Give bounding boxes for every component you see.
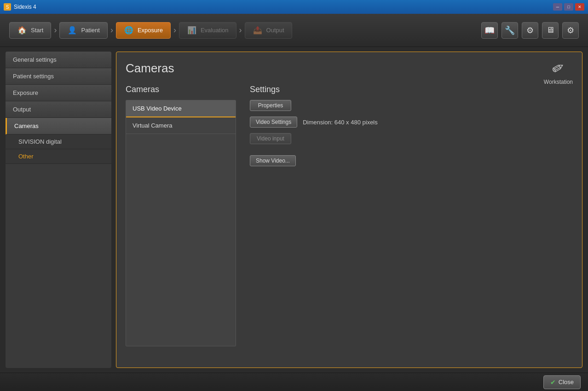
navbar: 🏠 Start › 👤 Patient › 🌐 Exposure › 📊 Eva… — [0, 14, 588, 47]
sidebar-item-sivision-digital[interactable]: SIVISION digital — [6, 134, 111, 149]
video-settings-button[interactable]: Video Settings — [250, 117, 297, 128]
settings-row-show-video: Show Video... — [250, 155, 573, 166]
sidebar-item-other[interactable]: Other — [6, 149, 111, 164]
nav-step-output-label: Output — [266, 27, 284, 34]
workstation-badge: ✏ Workstation — [544, 59, 573, 85]
wrench-tool-button[interactable]: 🔧 — [502, 22, 518, 39]
exposure-label: Exposure — [13, 89, 38, 96]
gear-tool-button[interactable]: ⚙ — [522, 22, 538, 39]
check-icon: ✔ — [550, 379, 556, 386]
video-input-button[interactable]: Video input — [250, 133, 291, 144]
properties-button[interactable]: Properties — [250, 100, 291, 111]
cameras-column: Cameras USB Video Device Virtual Camera — [126, 85, 236, 346]
cameras-col-header: Cameras — [126, 85, 236, 94]
exposure-icon: 🌐 — [124, 25, 134, 35]
sidebar-item-output[interactable]: Output — [6, 101, 111, 118]
start-icon: 🏠 — [17, 25, 27, 35]
nav-step-exposure-label: Exposure — [138, 27, 163, 34]
nav-arrow-4: › — [239, 25, 242, 35]
window-controls: ─ □ ✕ — [553, 3, 584, 11]
patient-icon: 👤 — [67, 25, 77, 35]
sidebar-item-patient-settings[interactable]: Patient settings — [6, 68, 111, 85]
settings-row-video-input: Video input — [250, 133, 573, 144]
main-area: General settings Patient settings Exposu… — [0, 47, 588, 373]
patient-settings-label: Patient settings — [13, 73, 54, 80]
nav-step-evaluation[interactable]: 📊 Evaluation — [179, 22, 236, 39]
sidebar-item-general-settings[interactable]: General settings — [6, 52, 111, 68]
usb-video-device-label: USB Video Device — [133, 105, 182, 112]
content-columns: Cameras USB Video Device Virtual Camera … — [126, 85, 573, 346]
book-tool-button[interactable]: 📖 — [481, 22, 498, 39]
virtual-camera-label: Virtual Camera — [133, 122, 172, 129]
cameras-label: Cameras — [14, 123, 39, 129]
other-label: Other — [18, 153, 34, 160]
nav-step-start-label: Start — [31, 27, 43, 34]
window-close-button[interactable]: ✕ — [575, 3, 584, 11]
nav-step-output[interactable]: 📤 Output — [245, 22, 292, 39]
workstation-icon: ✏ — [548, 58, 568, 79]
sidebar-item-cameras[interactable]: Cameras — [6, 118, 111, 134]
camera-item-virtual-camera[interactable]: Virtual Camera — [126, 117, 236, 134]
sidebar-item-exposure[interactable]: Exposure — [6, 85, 111, 101]
nav-step-patient-label: Patient — [81, 27, 99, 34]
content-panel: Cameras ✏ Workstation Cameras USB Video … — [116, 52, 582, 368]
maximize-button[interactable]: □ — [564, 3, 573, 11]
output-label: Output — [13, 106, 31, 113]
monitor-tool-button[interactable]: 🖥 — [542, 22, 559, 39]
page-title: Cameras — [126, 61, 573, 76]
show-video-button[interactable]: Show Video... — [250, 155, 296, 166]
camera-item-usb-video-device[interactable]: USB Video Device — [126, 100, 236, 117]
nav-steps: 🏠 Start › 👤 Patient › 🌐 Exposure › 📊 Eva… — [9, 22, 481, 39]
evaluation-icon: 📊 — [187, 25, 197, 35]
settings-column: Settings Properties Video Settings Dimen… — [250, 85, 573, 346]
sivision-digital-label: SIVISION digital — [18, 138, 62, 145]
output-icon: 📤 — [253, 25, 263, 35]
settings-col-header: Settings — [250, 85, 573, 94]
dimension-text: Dimension: 640 x 480 pixels — [303, 119, 378, 126]
close-label: Close — [559, 379, 574, 385]
close-button[interactable]: ✔ Close — [543, 375, 581, 389]
app-icon: S — [4, 3, 11, 11]
nav-step-patient[interactable]: 👤 Patient — [59, 22, 107, 39]
camera-list-empty-area — [126, 134, 236, 346]
nav-step-evaluation-label: Evaluation — [201, 27, 229, 34]
camera-list: USB Video Device Virtual Camera — [126, 100, 236, 346]
workstation-label: Workstation — [544, 79, 573, 85]
settings-row-video-settings: Video Settings Dimension: 640 x 480 pixe… — [250, 117, 573, 128]
footer: ✔ Close — [0, 373, 588, 391]
sidebar: General settings Patient settings Exposu… — [6, 52, 111, 368]
nav-arrow-3: › — [173, 25, 176, 35]
titlebar: S Sidexis 4 ─ □ ✕ — [0, 0, 588, 14]
settings-tool-button[interactable]: ⚙ — [562, 22, 579, 39]
app-title: Sidexis 4 — [14, 4, 553, 10]
nav-step-start[interactable]: 🏠 Start — [9, 22, 51, 39]
nav-arrow-2: › — [110, 25, 113, 35]
nav-tools: 📖 🔧 ⚙ 🖥 ⚙ — [481, 22, 579, 39]
nav-step-exposure[interactable]: 🌐 Exposure — [116, 22, 171, 39]
minimize-button[interactable]: ─ — [553, 3, 562, 11]
nav-arrow-1: › — [54, 25, 57, 35]
general-settings-label: General settings — [13, 56, 57, 63]
settings-row-properties: Properties — [250, 100, 573, 111]
